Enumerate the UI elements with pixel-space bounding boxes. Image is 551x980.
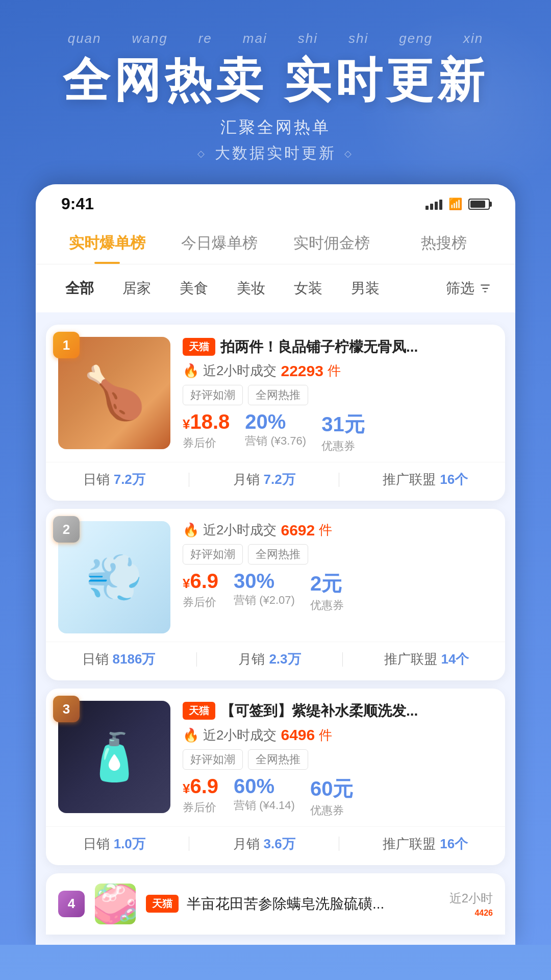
price-label-2: 券后价 [183,595,216,610]
phone-mockup: 9:41 📶 实时爆单榜 今日爆单榜 实时佣金榜 热搜榜 [36,184,515,944]
rank-badge-3: 3 [53,696,80,722]
price-value-1: ¥18.8 [183,410,230,433]
partial-image-4 [95,884,136,924]
alliance-label-3: 推广联盟 [383,835,436,853]
monthly-label-3: 月销 [233,835,260,853]
partial-card-4[interactable]: 4 天猫 半亩花田苦参除螨皂洗脸硫磺... 近2小时 4426 [46,873,505,935]
coupon-value-1: 31元 [321,410,365,438]
product-image-wrap-3: 3 [58,701,170,818]
tab-realtime-hot[interactable]: 实时爆单榜 [51,224,163,264]
platform-badge-1: 天猫 [183,338,215,356]
signal-bar-2 [430,204,433,210]
tags-row-3: 好评如潮 全网热推 [183,749,493,770]
divider-3a [189,837,189,851]
daily-val-1: 7.2万 [114,471,145,488]
price-row-3: ¥6.9 券后价 60% 营销 (¥4.14) 60元 优惠券 [183,775,493,818]
tab-hot-search[interactable]: 热搜榜 [388,224,500,264]
price-block-1: ¥18.8 券后价 [183,410,230,451]
monthly-label-1: 月销 [233,471,260,488]
card-bottom-3: 日销 1.0万 月销 3.6万 推广联盟 16个 [46,826,505,865]
coupon-value-2: 2元 [310,570,342,598]
price-value-2: ¥6.9 [183,570,218,593]
rank-badge-1: 1 [53,332,80,358]
recent-sales-3: 🔥 近2小时成交 6496 件 [183,726,493,744]
partial-content-4: 天猫 半亩花田苦参除螨皂洗脸硫磺... 近2小时 4426 [146,890,493,918]
card-top-1: 1 品牌 天猫 拍两件！良品铺子柠檬无骨凤... 🔥 近2小时成交 22293 [46,325,505,462]
commission-block-2: 30% 营销 (¥2.07) [234,570,295,608]
alliance-1: 推广联盟 16个 [383,471,468,488]
tags-row-2: 好评如潮 全网热推 [183,544,493,565]
commission-block-1: 20% 营销 (¥3.76) [245,410,306,449]
daily-sales-1: 日销 7.2万 [83,471,145,488]
recent-count-2: 6692 [281,522,315,539]
commission-block-3: 60% 营销 (¥4.14) [234,775,295,813]
product-card-2[interactable]: 2 🔥 近2小时成交 6692 件 好评如潮 全网热推 [46,509,505,680]
header-section: quan wang re mai shi shi geng xin 全网热卖 实… [0,0,551,945]
product-card-3[interactable]: 3 天猫 【可签到】紫缇补水柔顺洗发... 🔥 近2小时成交 6496 件 [46,689,505,865]
status-icons: 📶 [425,198,490,211]
product-image-wrap-2: 2 [58,521,170,633]
alliance-3: 推广联盟 16个 [383,835,468,853]
pinyin-8: xin [463,31,483,46]
category-bar: 全部 居家 美食 美妆 女装 男装 筛选 [36,264,515,316]
monthly-val-3: 3.6万 [264,835,295,853]
coupon-block-1: 31元 优惠券 [321,410,365,454]
tag-3-2: 全网热推 [248,749,308,770]
signal-bar-1 [425,206,429,210]
divider-1a [189,473,189,487]
alliance-label-1: 推广联盟 [383,471,436,488]
wifi-icon: 📶 [448,198,462,211]
product-info-1: 天猫 拍两件！良品铺子柠檬无骨凤... 🔥 近2小时成交 22293 件 好评如… [183,337,493,454]
product-info-2: 🔥 近2小时成交 6692 件 好评如潮 全网热推 ¥6.9 [183,521,493,633]
pinyin-5: shi [298,31,318,46]
category-men[interactable]: 男装 [337,274,394,303]
recent-sales-2: 🔥 近2小时成交 6692 件 [183,521,493,539]
monthly-sales-3: 月销 3.6万 [233,835,295,853]
coupon-block-3: 60元 优惠券 [310,775,354,818]
daily-label-1: 日销 [83,471,110,488]
signal-bar-3 [435,202,438,210]
partial-sales-val-4: 4426 [474,909,493,918]
recent-count-1: 22293 [281,362,323,380]
tab-realtime-commission[interactable]: 实时佣金榜 [276,224,388,264]
product-card-1[interactable]: 1 品牌 天猫 拍两件！良品铺子柠檬无骨凤... 🔥 近2小时成交 22293 [46,325,505,501]
alliance-label-2: 推广联盟 [384,650,437,668]
category-all[interactable]: 全部 [51,274,108,303]
recent-count-3: 6496 [281,726,315,744]
commission-pct-3: 60% [234,775,274,798]
price-block-3: ¥6.9 券后价 [183,775,218,815]
monthly-sales-1: 月销 7.2万 [233,471,295,488]
product-list: 1 品牌 天猫 拍两件！良品铺子柠檬无骨凤... 🔥 近2小时成交 22293 [36,325,515,944]
tag-2-2: 全网热推 [248,544,308,565]
commission-pct-1: 20% [245,410,286,433]
pinyin-2: wang [132,31,168,46]
category-home[interactable]: 居家 [108,274,165,303]
monthly-sales-2: 月销 2.3万 [238,650,300,668]
monthly-label-2: 月销 [238,650,265,668]
filter-button[interactable]: 筛选 [438,274,500,303]
daily-val-2: 8186万 [113,650,156,668]
fire-icon-1: 🔥 [183,363,199,379]
alliance-val-1: 16个 [440,471,468,488]
divider-3b [339,837,339,851]
signal-bar-4 [439,200,442,210]
category-women[interactable]: 女装 [280,274,337,303]
tab-today-hot[interactable]: 今日爆单榜 [163,224,276,264]
category-food[interactable]: 美食 [165,274,222,303]
signal-icon [425,199,442,210]
pinyin-6: shi [348,31,368,46]
platform-badge-3: 天猫 [183,702,215,720]
coupon-label-1: 优惠券 [321,438,355,454]
commission-sub-2: 营销 (¥2.07) [234,593,295,608]
price-label-1: 券后价 [183,435,216,451]
main-title: 全网热卖 实时更新 [20,55,531,106]
card-top-3: 3 天猫 【可签到】紫缇补水柔顺洗发... 🔥 近2小时成交 6496 件 [46,689,505,826]
rank-badge-2: 2 [53,516,80,543]
category-beauty[interactable]: 美妆 [222,274,280,303]
battery-icon [468,199,490,210]
alliance-val-2: 14个 [441,650,469,668]
partial-rank-4: 4 [58,891,85,917]
fire-icon-3: 🔥 [183,727,199,743]
recent-label-3: 近2小时成交 [203,726,277,744]
coupon-label-2: 优惠券 [310,598,344,613]
